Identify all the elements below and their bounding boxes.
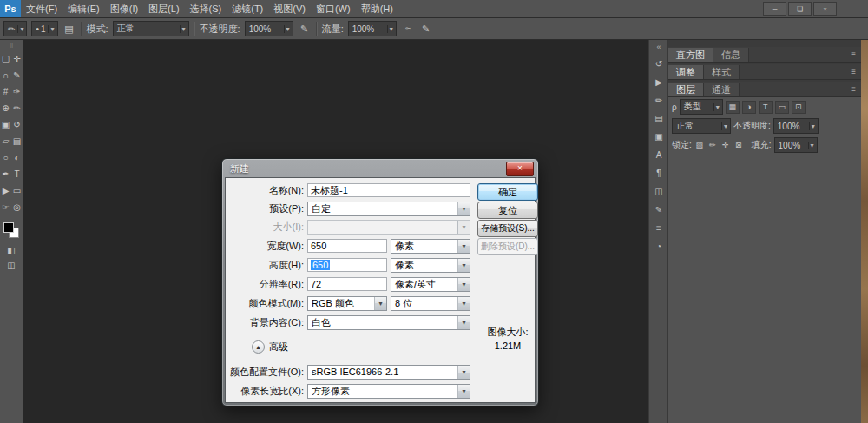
preset-select[interactable]: 自定 ▾ bbox=[307, 202, 470, 216]
tab-histogram[interactable]: 直方图 bbox=[668, 48, 713, 62]
layer-comps-panel-icon[interactable]: ◫ bbox=[652, 185, 666, 197]
history-panel-icon[interactable]: ↺ bbox=[652, 57, 666, 69]
menu-edit[interactable]: 编辑(E) bbox=[62, 0, 105, 17]
panel-menu-icon[interactable]: ≡ bbox=[851, 48, 861, 62]
ok-button[interactable]: 确定 bbox=[477, 183, 538, 201]
actions-panel-icon[interactable]: ▶ bbox=[652, 76, 666, 88]
background-contents-select[interactable]: 白色 ▾ bbox=[307, 315, 470, 330]
screen-mode-icon[interactable]: ◫ bbox=[5, 260, 17, 271]
zoom-tool[interactable]: ◎ bbox=[11, 199, 23, 215]
layer-opacity-select[interactable]: 100% ▾ bbox=[773, 118, 819, 134]
color-swatches[interactable] bbox=[3, 222, 19, 238]
opacity-select[interactable]: 100% ▾ bbox=[245, 21, 293, 36]
brush-size-picker[interactable]: • 1 ▾ bbox=[31, 21, 57, 36]
gradient-tool[interactable]: ▤ bbox=[11, 133, 23, 149]
brush-tool[interactable]: ✏ bbox=[11, 100, 23, 116]
tab-channels[interactable]: 通道 bbox=[704, 83, 740, 96]
shape-tool[interactable]: ▭ bbox=[11, 182, 23, 199]
type-tool[interactable]: T bbox=[11, 166, 23, 182]
rectangular-marquee-tool[interactable]: ▢ bbox=[0, 50, 11, 67]
quick-selection-tool[interactable]: ✎ bbox=[11, 67, 23, 83]
menu-window[interactable]: 窗口(W) bbox=[311, 0, 356, 17]
height-unit-select[interactable]: 像素 ▾ bbox=[391, 258, 470, 273]
lock-position-icon[interactable]: ✛ bbox=[720, 140, 731, 150]
reset-button[interactable]: 复位 bbox=[477, 202, 538, 219]
lock-all-icon[interactable]: ⊠ bbox=[733, 140, 744, 150]
filter-type-layers-icon[interactable]: T bbox=[759, 101, 773, 114]
tool-preset-picker[interactable]: ✏ ▾ bbox=[3, 21, 27, 36]
move-tool[interactable]: ✛ bbox=[11, 50, 23, 67]
menu-layer[interactable]: 图层(L) bbox=[143, 0, 184, 17]
menu-help[interactable]: 帮助(H) bbox=[356, 0, 398, 17]
lock-image-icon[interactable]: ✏ bbox=[707, 140, 718, 150]
name-input[interactable]: 未标题-1 bbox=[307, 183, 470, 197]
history-brush-tool[interactable]: ↺ bbox=[11, 116, 23, 133]
close-window-button[interactable]: × bbox=[813, 2, 837, 16]
restore-button[interactable]: ❏ bbox=[788, 2, 812, 16]
eraser-tool[interactable]: ▱ bbox=[0, 133, 11, 149]
minimize-button[interactable]: ─ bbox=[763, 2, 786, 16]
clone-source-panel-icon[interactable]: ▣ bbox=[652, 130, 666, 142]
filter-pixel-layers-icon[interactable]: ▦ bbox=[726, 101, 740, 114]
menu-select[interactable]: 选择(S) bbox=[185, 0, 227, 17]
blur-tool[interactable]: ○ bbox=[0, 149, 11, 166]
delete-preset-button[interactable]: 删除预设(D)... bbox=[477, 238, 538, 255]
hand-tool[interactable]: ☞ bbox=[0, 199, 11, 215]
lasso-tool[interactable]: ∩ bbox=[0, 67, 11, 83]
pressure-size-icon[interactable]: ✎ bbox=[419, 22, 433, 36]
filter-shape-layers-icon[interactable]: ▭ bbox=[775, 101, 789, 114]
width-unit-select[interactable]: 像素 ▾ bbox=[391, 239, 470, 254]
properties-panel-icon[interactable]: ≡ bbox=[652, 221, 666, 234]
filter-smart-objects-icon[interactable]: ⊡ bbox=[792, 101, 806, 114]
airbrush-icon[interactable]: ≈ bbox=[401, 22, 415, 36]
expand-panels-icon[interactable]: « bbox=[656, 43, 661, 51]
menu-view[interactable]: 视图(V) bbox=[268, 0, 311, 17]
resolution-unit-select[interactable]: 像素/英寸 ▾ bbox=[391, 277, 470, 292]
dodge-tool[interactable]: ◐ bbox=[11, 149, 23, 166]
quick-mask-icon[interactable]: ◧ bbox=[5, 245, 17, 256]
menu-file[interactable]: 文件(F) bbox=[21, 0, 62, 17]
path-selection-tool[interactable]: ▶ bbox=[0, 182, 11, 199]
eyedropper-tool[interactable]: ✑ bbox=[11, 83, 23, 100]
pressure-opacity-icon[interactable]: ✎ bbox=[298, 22, 312, 36]
brush-presets-panel-icon[interactable]: ▤ bbox=[652, 112, 666, 124]
brush-panel-icon[interactable]: ✏ bbox=[652, 94, 666, 106]
notes-panel-icon[interactable]: ✎ bbox=[652, 203, 666, 215]
advanced-toggle[interactable]: ▴ bbox=[252, 340, 265, 354]
flow-select[interactable]: 100% ▾ bbox=[348, 21, 397, 36]
color-mode-select[interactable]: RGB 颜色 ▾ bbox=[307, 296, 387, 311]
healing-brush-tool[interactable]: ⊕ bbox=[0, 100, 11, 116]
layer-filter-select[interactable]: 类型 ▾ bbox=[680, 99, 723, 115]
filter-adjustment-layers-icon[interactable]: ◑ bbox=[742, 101, 756, 114]
panel-menu-icon[interactable]: ≡ bbox=[851, 65, 861, 79]
paragraph-panel-icon[interactable]: ¶ bbox=[652, 167, 666, 179]
pen-tool[interactable]: ✒ bbox=[0, 166, 11, 182]
menu-filter[interactable]: 滤镜(T) bbox=[227, 0, 268, 17]
clone-stamp-tool[interactable]: ▣ bbox=[0, 116, 11, 133]
layer-fill-select[interactable]: 100% ▾ bbox=[774, 137, 818, 153]
lock-transparency-icon[interactable]: ▨ bbox=[694, 140, 705, 150]
dialog-close-button[interactable]: × bbox=[506, 162, 534, 176]
width-input[interactable]: 650 bbox=[307, 239, 387, 253]
toolbar-grip[interactable]: ⠿ bbox=[9, 42, 13, 50]
panel-menu-icon[interactable]: ≡ bbox=[851, 83, 861, 96]
blend-mode-select[interactable]: 正常 ▾ bbox=[113, 21, 189, 36]
dialog-titlebar[interactable]: 新建 × bbox=[225, 161, 536, 177]
save-preset-button[interactable]: 存储预设(S)... bbox=[477, 220, 538, 237]
timeline-panel-icon[interactable]: ◔ bbox=[652, 240, 666, 252]
color-profile-select[interactable]: sRGB IEC61966-2.1 ▾ bbox=[307, 365, 470, 380]
toggle-brush-panel-icon[interactable]: ▤ bbox=[62, 22, 76, 36]
bit-depth-select[interactable]: 8 位 ▾ bbox=[391, 296, 470, 311]
pixel-aspect-select[interactable]: 方形像素 ▾ bbox=[307, 384, 470, 399]
layer-blend-mode-select[interactable]: 正常 ▾ bbox=[672, 118, 731, 134]
resolution-input[interactable]: 72 bbox=[307, 277, 387, 291]
menu-image[interactable]: 图像(I) bbox=[105, 0, 143, 17]
character-panel-icon[interactable]: A bbox=[652, 149, 666, 161]
tab-styles[interactable]: 样式 bbox=[704, 65, 740, 79]
foreground-color-swatch[interactable] bbox=[3, 222, 14, 233]
tab-layers[interactable]: 图层 bbox=[668, 83, 704, 96]
tab-info[interactable]: 信息 bbox=[713, 48, 749, 62]
crop-tool[interactable]: # bbox=[0, 83, 11, 100]
tab-adjustments[interactable]: 调整 bbox=[668, 65, 704, 79]
height-input[interactable]: 650 bbox=[307, 258, 387, 272]
